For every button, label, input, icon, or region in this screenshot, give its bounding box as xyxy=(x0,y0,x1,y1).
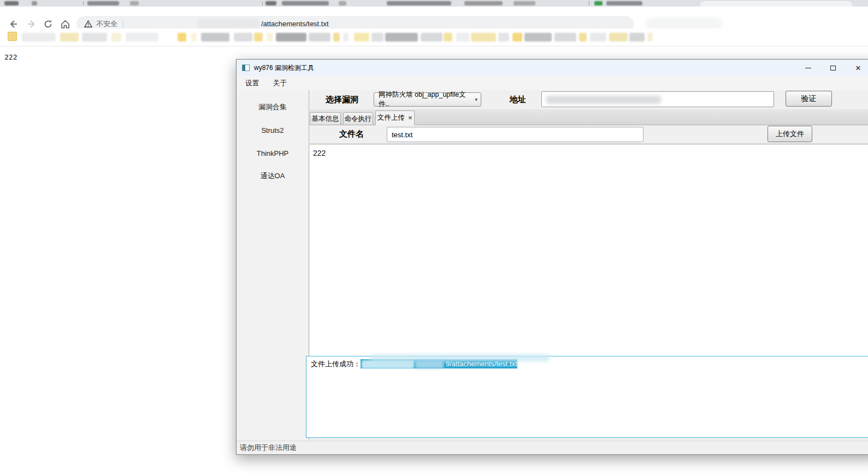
verify-button[interactable]: 验证 xyxy=(786,91,832,107)
redacted-bookmark[interactable] xyxy=(629,33,645,42)
warning-triangle-icon xyxy=(84,20,92,28)
payload-text: 222 xyxy=(313,149,326,157)
file-row: 文件名 上传文件 xyxy=(310,125,868,144)
sidebar-item-struts2[interactable]: Struts2 xyxy=(237,119,309,142)
redacted-bookmark[interactable] xyxy=(191,33,197,42)
bookmark-folder-icon[interactable] xyxy=(8,32,17,41)
redacted-bookmark[interactable] xyxy=(234,33,252,42)
redacted-bookmark[interactable] xyxy=(333,33,340,42)
app-body: 漏洞合集 Struts2 ThinkPHP 通达OA 选择漏洞 网神防火墙 ob… xyxy=(237,90,868,441)
redacted-bookmark[interactable] xyxy=(371,33,383,42)
sidebar-item-thinkphp[interactable]: ThinkPHP xyxy=(237,142,309,165)
redacted-bookmark[interactable] xyxy=(354,33,369,42)
redacted-bookmark[interactable] xyxy=(524,33,552,42)
app-title: wy876 漏洞检测工具 xyxy=(254,63,314,73)
vuln-select-dropdown[interactable]: 网神防火墙 obj_app_upfile文件.. ▾ xyxy=(374,92,481,107)
redacted-browser-tab[interactable] xyxy=(387,1,451,5)
app-menubar: 设置 关于 xyxy=(237,76,868,90)
selected-result-url: 9/attachements/test.txt xyxy=(361,359,517,368)
target-address-input[interactable] xyxy=(541,91,774,107)
redacted-browser-tab[interactable] xyxy=(464,1,503,5)
redacted-bookmark[interactable] xyxy=(512,33,522,42)
redacted-browser-tab[interactable] xyxy=(130,1,139,5)
redacted-bookmark[interactable] xyxy=(554,33,576,42)
redacted-browser-tab[interactable] xyxy=(339,1,346,5)
redacted-bookmark[interactable] xyxy=(498,33,509,42)
browser-toolbar: 不安全 /attachements/test.txt xyxy=(0,7,868,28)
redacted-bookmark[interactable] xyxy=(267,33,273,42)
menu-item-about[interactable]: 关于 xyxy=(268,77,292,90)
tab-separator xyxy=(83,1,84,5)
maximize-icon xyxy=(830,66,836,71)
sidebar-item-vuln-collection[interactable]: 漏洞合集 xyxy=(237,96,309,119)
redacted-bookmark[interactable] xyxy=(471,33,496,42)
redacted-browser-tab[interactable] xyxy=(606,1,642,5)
redacted-bookmark[interactable] xyxy=(309,33,330,42)
redacted-bookmark[interactable] xyxy=(22,33,56,42)
screen: 不安全 /attachements/test.txt 222 wy876 漏洞检… xyxy=(0,0,868,474)
maximize-button[interactable] xyxy=(823,60,843,76)
redacted-host xyxy=(198,19,259,30)
sidebar-item-tongda-oa[interactable]: 通达OA xyxy=(237,165,309,188)
select-vuln-label: 选择漏洞 xyxy=(326,95,358,105)
redacted-browser-tab[interactable] xyxy=(32,1,37,5)
menu-item-settings[interactable]: 设置 xyxy=(240,77,264,90)
redacted-bookmark[interactable] xyxy=(111,33,121,42)
app-window: wy876 漏洞检测工具 ✕ 设置 关于 漏洞合集 Struts2 ThinkP… xyxy=(236,59,868,455)
redacted-bookmark[interactable] xyxy=(456,33,469,42)
filename-label: 文件名 xyxy=(339,129,364,139)
content-pane: 选择漏洞 网神防火墙 obj_app_upfile文件.. ▾ 地址 验证 基本… xyxy=(310,90,868,441)
minimize-button[interactable] xyxy=(798,60,818,76)
tab-file-upload[interactable]: 文件上传 ✕ xyxy=(375,110,415,125)
redacted-browser-tab[interactable] xyxy=(4,1,19,5)
result-url-tail: 9/attachements/test.txt xyxy=(446,360,517,368)
redacted-url-part xyxy=(362,360,414,368)
redacted-bookmark[interactable] xyxy=(590,33,606,42)
redacted-bookmark[interactable] xyxy=(82,33,107,42)
redacted-browser-tab[interactable] xyxy=(513,1,535,5)
tab-command-exec[interactable]: 命令执行 xyxy=(343,112,373,125)
redacted-bookmark[interactable] xyxy=(444,33,452,42)
redacted-url-part2 xyxy=(415,360,444,368)
bookmarks-bar xyxy=(0,28,868,46)
filename-input[interactable] xyxy=(387,127,643,142)
minimize-icon xyxy=(805,68,811,68)
vuln-toolbar: 选择漏洞 网神防火墙 obj_app_upfile文件.. ▾ 地址 验证 xyxy=(310,90,868,109)
app-icon xyxy=(242,65,250,71)
browser-tab-strip[interactable] xyxy=(0,0,868,7)
tab-separator xyxy=(516,1,516,5)
redacted-bookmark[interactable] xyxy=(647,33,653,42)
redacted-address-value xyxy=(546,96,661,104)
active-browser-tab[interactable] xyxy=(700,1,852,7)
status-text: 请勿用于非法用途 xyxy=(240,443,297,453)
result-output[interactable]: 文件上传成功：9/attachements/test.txt xyxy=(306,356,868,438)
sidebar: 漏洞合集 Struts2 ThinkPHP 通达OA xyxy=(237,90,309,441)
tab-close-icon[interactable]: ✕ xyxy=(408,115,412,121)
redacted-bookmark[interactable] xyxy=(609,33,628,42)
redacted-bookmark[interactable] xyxy=(343,33,349,42)
vuln-select-value: 网神防火墙 obj_app_upfile文件.. xyxy=(379,90,475,109)
redacted-bookmark[interactable] xyxy=(254,33,263,42)
app-titlebar[interactable]: wy876 漏洞检测工具 xyxy=(237,60,868,76)
chevron-down-icon: ▾ xyxy=(475,97,477,102)
redacted-bookmark[interactable] xyxy=(276,33,306,42)
redacted-browser-tab[interactable] xyxy=(87,1,119,5)
close-button[interactable]: ✕ xyxy=(848,60,868,76)
result-prefix: 文件上传成功： xyxy=(311,360,361,368)
redacted-bookmark[interactable] xyxy=(178,33,186,42)
page-body-text: 222 xyxy=(4,53,17,61)
redacted-bookmark[interactable] xyxy=(421,33,442,42)
tab-file-upload-label: 文件上传 xyxy=(377,113,405,122)
redacted-bookmark[interactable] xyxy=(201,33,229,42)
redacted-browser-tab[interactable] xyxy=(265,1,276,5)
redacted-bookmark[interactable] xyxy=(579,33,587,42)
upload-file-button[interactable]: 上传文件 xyxy=(767,126,812,142)
address-label: 地址 xyxy=(510,95,526,105)
redacted-browser-tab[interactable] xyxy=(282,1,329,5)
tab-basic-info[interactable]: 基本信息 xyxy=(310,112,341,125)
payload-editor[interactable]: 222 xyxy=(310,144,868,356)
redacted-browser-tab[interactable] xyxy=(594,1,603,5)
redacted-bookmark[interactable] xyxy=(60,33,79,42)
redacted-bookmark[interactable] xyxy=(385,33,418,42)
redacted-bookmark[interactable] xyxy=(126,33,158,42)
